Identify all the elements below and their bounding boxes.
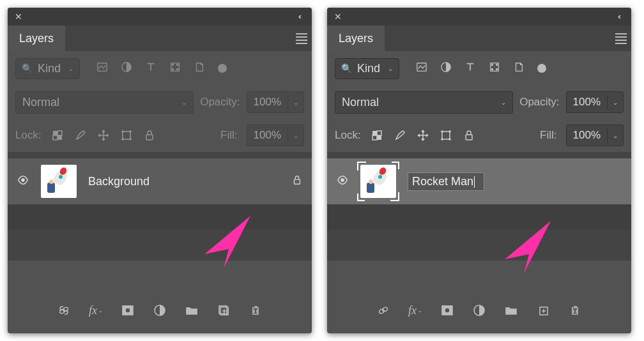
- svg-point-29: [496, 68, 498, 70]
- chevron-down-icon[interactable]: ⌄: [607, 128, 623, 143]
- chevron-down-icon[interactable]: ⌄: [288, 128, 303, 143]
- layer-fx-button[interactable]: fx⌄: [88, 303, 103, 318]
- chevron-down-icon: ⌄: [388, 65, 393, 72]
- blend-mode-dropdown[interactable]: Normal ⌄: [335, 91, 513, 114]
- filter-type-icon[interactable]: [464, 61, 476, 76]
- filter-smartobject-icon[interactable]: [194, 61, 205, 76]
- blend-mode-label: Normal: [22, 96, 59, 109]
- tab-header: Layers: [327, 26, 631, 51]
- lock-buttons: [370, 128, 476, 142]
- delete-layer-button[interactable]: [567, 303, 583, 318]
- layer-lock-icon[interactable]: [291, 174, 303, 188]
- chevron-down-icon: ⌄: [68, 65, 73, 72]
- layer-row-rocket-man[interactable]: Rocket Man: [327, 158, 631, 204]
- filter-smartobject-icon[interactable]: [513, 61, 525, 76]
- search-icon: 🔍: [341, 63, 352, 73]
- visibility-toggle[interactable]: [336, 174, 349, 189]
- filter-pixel-icon[interactable]: [416, 61, 427, 76]
- link-layers-button[interactable]: [376, 303, 391, 318]
- blend-mode-dropdown[interactable]: Normal ⌄: [15, 91, 194, 114]
- lock-all-button[interactable]: [142, 128, 157, 142]
- chevron-down-icon: ⌄: [98, 308, 103, 314]
- tab-layers[interactable]: Layers: [8, 26, 65, 51]
- tab-layers[interactable]: Layers: [327, 26, 385, 51]
- lock-pixels-button[interactable]: [393, 128, 407, 142]
- collapse-icon: ‹‹: [618, 12, 619, 21]
- filter-kind-dropdown[interactable]: 🔍 Kind ⌄: [15, 58, 80, 79]
- opacity-input[interactable]: 100% ⌄: [566, 91, 624, 113]
- blend-mode-label: Normal: [342, 96, 379, 109]
- filter-adjustment-icon[interactable]: [121, 61, 132, 76]
- filter-toggle-dot[interactable]: [537, 64, 546, 73]
- close-button[interactable]: ✕: [8, 8, 29, 26]
- svg-rect-35: [466, 135, 472, 140]
- filter-shape-icon[interactable]: [489, 61, 500, 76]
- filter-type-icon[interactable]: [145, 61, 157, 76]
- adjustment-layer-button[interactable]: [471, 303, 487, 318]
- lock-all-button[interactable]: [462, 128, 476, 142]
- lock-artboard-button[interactable]: [439, 128, 453, 142]
- chevron-down-icon[interactable]: ⌄: [607, 95, 623, 110]
- panel-menu-button[interactable]: [291, 26, 312, 51]
- filter-kind-dropdown[interactable]: 🔍 Kind ⌄: [335, 58, 399, 79]
- filter-pixel-icon[interactable]: [96, 61, 108, 76]
- tab-label: Layers: [339, 32, 373, 45]
- new-layer-button[interactable]: [216, 303, 231, 318]
- svg-rect-12: [146, 135, 153, 140]
- lock-transparency-button[interactable]: [50, 128, 65, 142]
- filter-toggle-dot[interactable]: [218, 64, 227, 73]
- filter-shape-icon[interactable]: [169, 61, 181, 76]
- svg-point-13: [21, 178, 24, 181]
- fill-value: 100%: [567, 125, 607, 146]
- delete-layer-button[interactable]: [248, 303, 263, 318]
- link-layers-button[interactable]: [56, 303, 72, 318]
- tab-label: Layers: [19, 32, 54, 45]
- layer-fx-button[interactable]: fx⌄: [408, 303, 423, 318]
- layer-actions-bar: fx⌄: [327, 298, 631, 323]
- svg-point-26: [491, 64, 493, 65]
- adjustment-layer-button[interactable]: [152, 303, 167, 318]
- layer-name-input[interactable]: Rocket Man: [408, 172, 484, 191]
- opacity-input[interactable]: 100% ⌄: [247, 91, 304, 113]
- layer-row-background[interactable]: Background: [8, 158, 312, 204]
- layer-name-label[interactable]: Background: [88, 175, 281, 188]
- lock-label: Lock:: [335, 129, 361, 142]
- new-group-button[interactable]: [503, 303, 519, 318]
- menu-icon: [615, 33, 627, 44]
- new-group-button[interactable]: [184, 303, 199, 318]
- svg-rect-9: [57, 131, 62, 135]
- chevron-down-icon[interactable]: ⌄: [288, 95, 303, 110]
- svg-point-5: [172, 68, 173, 70]
- new-layer-button[interactable]: [535, 303, 551, 318]
- filter-kind-label: Kind: [357, 62, 380, 75]
- visibility-toggle[interactable]: [17, 174, 29, 189]
- panel-chrome: ✕ ‹‹: [8, 8, 312, 26]
- layer-thumbnail[interactable]: [40, 163, 78, 199]
- panel-menu-button[interactable]: [611, 26, 631, 51]
- layer-thumbnail[interactable]: [359, 163, 397, 199]
- add-mask-button[interactable]: [120, 303, 135, 318]
- add-mask-button[interactable]: [440, 303, 455, 318]
- filter-kind-label: Kind: [38, 62, 61, 75]
- svg-rect-33: [372, 135, 377, 140]
- empty-layer-area: [8, 204, 312, 230]
- lock-position-button[interactable]: [416, 128, 430, 142]
- fill-input[interactable]: 100% ⌄: [247, 125, 304, 146]
- opacity-value: 100%: [567, 92, 607, 112]
- fill-input[interactable]: 100% ⌄: [566, 125, 624, 146]
- panel-chrome: ✕ ‹‹: [327, 8, 631, 26]
- svg-point-36: [341, 178, 344, 181]
- tab-header: Layers: [8, 26, 312, 51]
- close-button[interactable]: ✕: [327, 8, 349, 26]
- blend-opacity-row: Normal ⌄ Opacity: 100% ⌄: [8, 86, 312, 119]
- lock-position-button[interactable]: [96, 128, 111, 142]
- collapse-button[interactable]: ‹‹: [286, 8, 312, 26]
- filter-adjustment-icon[interactable]: [440, 61, 452, 76]
- opacity-label: Opacity:: [200, 96, 240, 109]
- collapse-button[interactable]: ‹‹: [606, 8, 631, 26]
- lock-pixels-button[interactable]: [73, 128, 88, 142]
- lock-transparency-button[interactable]: [370, 128, 384, 142]
- svg-point-4: [177, 64, 178, 65]
- lock-artboard-button[interactable]: [119, 128, 134, 142]
- filter-icons: [96, 61, 227, 76]
